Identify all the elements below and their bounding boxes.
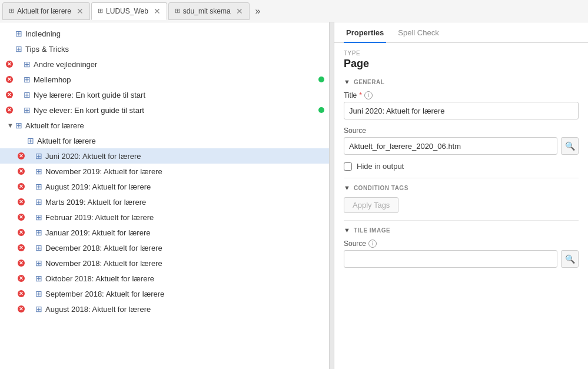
- tree-item-okt2018[interactable]: ✕ ⊞Oktober 2018: Aktuelt for lærere: [0, 271, 329, 286]
- status-dot-mellemhop: [318, 77, 324, 82]
- item-label-dec2018: December 2018: Aktuelt for lærere: [45, 244, 324, 252]
- condition-tags-section-title: CONDITION TAGS: [354, 185, 408, 191]
- item-label-okt2018: Oktober 2018: Aktuelt for lærere: [45, 274, 324, 283]
- item-icon-nye-elever: ⊞: [24, 105, 31, 115]
- tree-item-andre[interactable]: ✕ ⊞Andre vejledninger: [0, 56, 329, 72]
- tile-source-field-row: 🔍: [344, 250, 579, 268]
- item-label-feb2019: Februar 2019: Aktuelt for lærere: [45, 213, 324, 222]
- item-icon-feb2019: ⊞: [35, 212, 42, 222]
- tab-sdu[interactable]: ⊞sdu_mit skema✕: [168, 2, 250, 20]
- tree-item-indledning[interactable]: ⊞Indledning: [0, 26, 329, 41]
- tile-image-chevron-icon: ▼: [344, 227, 350, 234]
- tab-properties[interactable]: Properties: [344, 22, 386, 43]
- tab-close-aktuelt[interactable]: ✕: [77, 7, 84, 15]
- error-badge-jan2019: ✕: [18, 229, 25, 236]
- item-label-aktuelt-parent: Aktuelt for lærere: [25, 121, 324, 130]
- error-badge-nye-elever: ✕: [6, 107, 13, 114]
- properties-panel: Properties Spell Check TYPE Page ▼ GENER…: [334, 22, 588, 369]
- tab-overflow-button[interactable]: »: [251, 6, 265, 16]
- title-field-row: [344, 102, 579, 119]
- status-dot-nye-elever: [318, 107, 324, 113]
- section-divider-1: [344, 178, 579, 178]
- item-icon-jan2019: ⊞: [35, 228, 42, 237]
- tree-item-aktuelt-parent[interactable]: ▼⊞Aktuelt for lærere: [0, 118, 329, 133]
- tile-source-info-icon[interactable]: i: [368, 240, 377, 248]
- tree-item-feb2019[interactable]: ✕ ⊞Februar 2019: Aktuelt for lærere: [0, 210, 329, 225]
- type-label: TYPE: [344, 50, 579, 56]
- tree-item-aug2019[interactable]: ✕ ⊞August 2019: Aktuelt for lærere: [0, 179, 329, 194]
- tile-source-label-text: Source: [344, 240, 366, 248]
- item-icon-aktuelt-child: ⊞: [27, 136, 34, 145]
- source-browse-button[interactable]: 🔍: [561, 137, 579, 155]
- tile-image-section-header: ▼ TILE IMAGE: [344, 227, 579, 234]
- item-icon-aug2019: ⊞: [35, 182, 42, 191]
- item-label-nov2019: November 2019: Aktuelt for lærere: [45, 167, 324, 176]
- item-label-tips: Tips & Tricks: [25, 45, 324, 54]
- error-badge-feb2019: ✕: [18, 214, 25, 221]
- tree-item-nye-elever[interactable]: ✕ ⊞Nye elever: En kort guide til start: [0, 102, 329, 118]
- tree-item-mellemhop[interactable]: ✕ ⊞Mellemhop: [0, 72, 329, 87]
- error-badge-aug2019: ✕: [18, 183, 25, 190]
- section-divider-2: [344, 220, 579, 221]
- tab-bar: ⊞Aktuelt for lærere✕⊞LUDUS_Web✕⊞sdu_mit …: [0, 0, 588, 22]
- tile-source-input[interactable]: [344, 250, 557, 268]
- tab-label-ludus: LUDUS_Web: [106, 7, 148, 15]
- item-label-aktuelt-child: Aktuelt for lærere: [37, 137, 324, 145]
- hide-in-output-checkbox[interactable]: [344, 162, 352, 171]
- tree-item-marts2019[interactable]: ✕ ⊞Marts 2019: Aktuelt for lærere: [0, 194, 329, 210]
- tree-item-dec2018[interactable]: ✕ ⊞December 2018: Aktuelt for lærere: [0, 240, 329, 255]
- error-badge-nov2018: ✕: [18, 260, 25, 267]
- panel-resizer[interactable]: [330, 22, 334, 369]
- properties-scroll[interactable]: TYPE Page ▼ GENERAL Title* i Source 🔍: [334, 43, 588, 369]
- error-badge-sep2018: ✕: [18, 290, 25, 297]
- tile-source-field-label: Source i: [344, 240, 579, 248]
- error-badge-okt2018: ✕: [18, 275, 25, 282]
- item-icon-marts2019: ⊞: [35, 197, 42, 207]
- item-icon-okt2018: ⊞: [35, 274, 42, 283]
- hide-in-output-label[interactable]: Hide in output: [357, 162, 404, 171]
- tab-spell-check[interactable]: Spell Check: [396, 22, 441, 43]
- title-label-text: Title: [344, 91, 357, 99]
- item-label-nye-elever: Nye elever: En kort guide til start: [34, 106, 318, 115]
- item-label-juni2020: Juni 2020: Aktuelt for lærere: [45, 152, 324, 161]
- item-icon-tips: ⊞: [15, 44, 22, 54]
- item-icon-indledning: ⊞: [15, 29, 22, 38]
- error-badge-mellemhop: ✕: [6, 76, 13, 83]
- tab-icon-sdu: ⊞: [175, 7, 180, 15]
- title-required-star: *: [359, 91, 362, 99]
- tab-aktuelt[interactable]: ⊞Aktuelt for lærere✕: [2, 2, 90, 20]
- general-chevron-icon: ▼: [344, 78, 350, 85]
- item-icon-nov2018: ⊞: [35, 258, 42, 268]
- item-icon-aug2018: ⊞: [35, 304, 42, 314]
- item-label-indledning: Indledning: [25, 29, 324, 38]
- tile-source-browse-button[interactable]: 🔍: [561, 250, 579, 268]
- error-badge-andre: ✕: [6, 61, 13, 68]
- tree-item-juni2020[interactable]: ✕ ⊞Juni 2020: Aktuelt for lærere: [0, 148, 329, 164]
- tab-close-ludus[interactable]: ✕: [154, 7, 161, 15]
- expand-icon-aktuelt-parent[interactable]: ▼: [7, 122, 15, 129]
- item-label-jan2019: Januar 2019: Aktuelt for lærere: [45, 228, 324, 237]
- title-info-icon[interactable]: i: [364, 91, 373, 99]
- tree-item-jan2019[interactable]: ✕ ⊞Januar 2019: Aktuelt for lærere: [0, 225, 329, 240]
- item-icon-aktuelt-parent: ⊞: [15, 121, 22, 130]
- apply-tags-button[interactable]: Apply Tags: [344, 197, 398, 213]
- item-label-sep2018: September 2018: Aktuelt for lærere: [45, 290, 324, 298]
- tree-panel: ⊞Indledning ⊞Tips & Tricks✕ ⊞Andre vejle…: [0, 22, 330, 369]
- tree-item-nye-laerere[interactable]: ✕ ⊞Nye lærere: En kort guide til start: [0, 87, 329, 102]
- tree-item-sep2018[interactable]: ✕ ⊞September 2018: Aktuelt for lærere: [0, 286, 329, 301]
- tile-image-section-title: TILE IMAGE: [354, 227, 390, 234]
- error-badge-aug2018: ✕: [18, 305, 25, 313]
- tree-item-aktuelt-child[interactable]: ⊞Aktuelt for lærere: [0, 133, 329, 148]
- tree-scroll[interactable]: ⊞Indledning ⊞Tips & Tricks✕ ⊞Andre vejle…: [0, 22, 329, 369]
- tree-item-nov2019[interactable]: ✕ ⊞November 2019: Aktuelt for lærere: [0, 164, 329, 179]
- condition-tags-section-header: ▼ CONDITION TAGS: [344, 184, 579, 191]
- tab-ludus[interactable]: ⊞LUDUS_Web✕: [91, 2, 167, 20]
- tree-item-tips[interactable]: ⊞Tips & Tricks: [0, 41, 329, 56]
- tree-item-nov2018[interactable]: ✕ ⊞November 2018: Aktuelt for lærere: [0, 255, 329, 271]
- tab-close-sdu[interactable]: ✕: [236, 7, 243, 15]
- title-input[interactable]: [344, 102, 579, 119]
- tree-item-aug2018[interactable]: ✕ ⊞August 2018: Aktuelt for lærere: [0, 301, 329, 317]
- type-value: Page: [344, 58, 579, 70]
- item-label-aug2019: August 2019: Aktuelt for lærere: [45, 182, 324, 191]
- source-input[interactable]: [344, 137, 557, 155]
